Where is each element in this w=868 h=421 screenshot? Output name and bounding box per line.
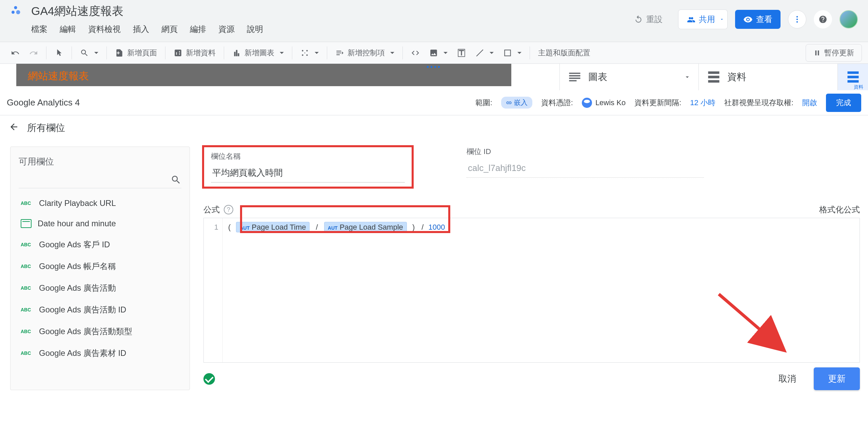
field-item[interactable]: ABCClarity Playback URL	[19, 193, 181, 213]
field-item[interactable]: Date hour and minute	[19, 213, 181, 234]
field-label: Google Ads 廣告活動類型	[39, 326, 132, 337]
svg-point-4	[796, 19, 798, 20]
formula-token-1[interactable]: AUTPage Load Time	[236, 222, 310, 232]
abc-type-icon: ABC	[21, 307, 33, 312]
community-access[interactable]: 開啟	[802, 98, 817, 108]
field-item[interactable]: ABCGoogle Ads 帳戶名稱	[19, 255, 181, 277]
help-button[interactable]	[814, 10, 832, 28]
user-avatar[interactable]	[840, 10, 858, 28]
datasource-title: Google Analytics 4	[7, 97, 80, 108]
select-tool[interactable]	[50, 46, 68, 60]
abc-type-icon: ABC	[21, 242, 33, 247]
add-data-button[interactable]: 新增資料	[169, 45, 220, 61]
back-arrow-icon[interactable]	[9, 122, 19, 134]
svg-point-9	[306, 54, 308, 56]
data-side-panel-toggle[interactable]	[837, 64, 868, 90]
menu-page[interactable]: 網頁	[161, 24, 178, 35]
more-options-button[interactable]	[788, 10, 806, 28]
reset-button[interactable]: 重設	[626, 10, 671, 29]
pause-update-button[interactable]: 暫停更新	[806, 44, 862, 62]
datasource-header: Google Analytics 4 範圍: 嵌入 資料憑證: Lewis Ko…	[0, 90, 868, 115]
embed-button[interactable]	[406, 46, 425, 60]
redo-button[interactable]	[24, 46, 43, 60]
text-button[interactable]	[452, 46, 471, 60]
calendar-icon	[21, 219, 32, 228]
image-dropdown[interactable]	[425, 46, 452, 60]
formula-help-icon[interactable]: ?	[224, 205, 233, 214]
document-title[interactable]: GA4網站速度報表	[31, 3, 123, 19]
credential-user[interactable]: Lewis Ko	[582, 98, 626, 108]
calculated-field-editor: 可用欄位 ABCClarity Playback URLDate hour an…	[0, 140, 868, 398]
scope-chip[interactable]: 嵌入	[501, 97, 532, 109]
back-label: 所有欄位	[27, 121, 65, 134]
field-id-box: 欄位 ID	[467, 147, 704, 187]
field-name-box: 欄位名稱	[203, 147, 412, 187]
menu-file[interactable]: 檔案	[31, 24, 47, 35]
share-dropdown-icon[interactable]	[716, 9, 728, 29]
abc-type-icon: ABC	[21, 200, 33, 206]
formula-editor[interactable]: 1 ( AUTPage Load Time / AUTPage Load Sam…	[203, 218, 860, 363]
view-button[interactable]: 查看	[735, 10, 781, 29]
canvas-strip: 網站速度報表 圖表 資料 資料 ••••	[0, 64, 868, 90]
svg-point-3	[796, 16, 798, 17]
app-header: GA4網站速度報表 檔案 編輯 資料檢視 插入 網頁 編排 資源 說明 重設 共…	[0, 0, 868, 42]
undo-button[interactable]	[6, 46, 24, 60]
field-label: Date hour and minute	[38, 219, 116, 228]
svg-point-6	[302, 50, 303, 51]
add-chart-dropdown[interactable]: 新增圖表	[228, 45, 289, 61]
svg-point-0	[14, 6, 17, 9]
validation-success-icon	[203, 373, 215, 385]
community-viz-dropdown[interactable]	[296, 46, 323, 60]
field-name-input[interactable]	[211, 166, 405, 183]
refresh-interval[interactable]: 12 小時	[690, 98, 715, 108]
abc-type-icon: ABC	[21, 350, 33, 356]
field-item[interactable]: ABCGoogle Ads 客戶 ID	[19, 234, 181, 255]
menu-arrange[interactable]: 編排	[190, 24, 206, 35]
available-fields-panel: 可用欄位 ABCClarity Playback URLDate hour an…	[10, 147, 190, 390]
zoom-dropdown[interactable]	[75, 46, 103, 60]
back-row: 所有欄位	[0, 115, 868, 140]
shape-dropdown[interactable]	[498, 46, 526, 60]
svg-point-2	[16, 10, 20, 14]
field-item[interactable]: ABCGoogle Ads 廣告活動 ID	[19, 299, 181, 321]
field-label: Clarity Playback URL	[39, 198, 116, 208]
person-icon	[582, 98, 592, 108]
field-label: Google Ads 廣告活動	[39, 283, 116, 293]
field-label: Google Ads 帳戶名稱	[39, 261, 116, 272]
chart-panel-selector[interactable]: 圖表	[559, 64, 698, 90]
add-control-dropdown[interactable]: 新增控制項	[331, 45, 399, 61]
field-id-input	[467, 161, 704, 178]
formula-label: 公式	[203, 204, 220, 215]
formula-token-2[interactable]: AUTPage Load Sample	[324, 222, 407, 232]
menu-view[interactable]: 資料檢視	[88, 24, 121, 35]
field-search[interactable]	[19, 174, 181, 188]
done-button[interactable]: 完成	[826, 94, 861, 112]
theme-layout-button[interactable]: 主題和版面配置	[533, 45, 595, 61]
svg-point-7	[306, 50, 308, 51]
field-label: Google Ads 廣告素材 ID	[39, 348, 126, 359]
field-name-label: 欄位名稱	[211, 151, 405, 161]
abc-type-icon: ABC	[21, 264, 33, 269]
field-label: Google Ads 廣告活動 ID	[39, 304, 126, 315]
field-label: Google Ads 客戶 ID	[39, 239, 110, 250]
available-fields-title: 可用欄位	[19, 156, 181, 168]
menu-insert[interactable]: 插入	[133, 24, 149, 35]
format-formula-link[interactable]: 格式化公式	[819, 204, 860, 215]
data-panel-tab[interactable]: 資料	[698, 64, 837, 90]
field-item[interactable]: ABCGoogle Ads 廣告活動	[19, 277, 181, 299]
add-page-button[interactable]: 新增頁面	[110, 45, 162, 61]
menu-resource[interactable]: 資源	[218, 24, 235, 35]
update-button[interactable]: 更新	[814, 367, 860, 390]
field-item[interactable]: ABCGoogle Ads 廣告活動類型	[19, 321, 181, 342]
menu-edit[interactable]: 編輯	[60, 24, 76, 35]
svg-point-8	[302, 54, 303, 56]
cancel-button[interactable]: 取消	[770, 368, 804, 389]
looker-studio-logo-icon	[9, 5, 22, 17]
abc-type-icon: ABC	[21, 285, 33, 291]
line-dropdown[interactable]	[471, 46, 498, 60]
drag-handle-icon[interactable]: ••••	[427, 63, 441, 71]
menu-help[interactable]: 說明	[247, 24, 263, 35]
field-item[interactable]: ABCGoogle Ads 廣告素材 ID	[19, 342, 181, 364]
svg-point-1	[12, 11, 15, 14]
toolbar: 新增頁面 新增資料 新增圖表 新增控制項 主題和版面配置 暫停更新	[0, 42, 868, 64]
